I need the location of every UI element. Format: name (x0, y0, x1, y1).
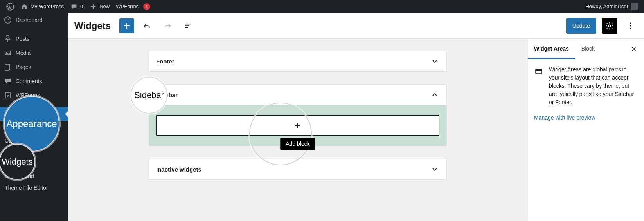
update-label: Update (572, 23, 590, 29)
svg-rect-5 (5, 65, 9, 71)
settings-button[interactable] (602, 18, 617, 34)
submenu-item-background[interactable]: Background (0, 170, 68, 182)
svg-rect-12 (536, 69, 542, 71)
sidebar-item-label: Pages (16, 64, 31, 70)
plus-icon (293, 121, 302, 130)
sidebar-item-label: Appearance (16, 111, 45, 117)
settings-panel: Widget Areas Block Widget Areas are glob… (527, 39, 644, 221)
undo-button[interactable] (140, 18, 155, 33)
kebab-icon (626, 21, 635, 31)
avatar (631, 3, 638, 10)
admin-bar: My WordPress 0 New WPForms 1 Howdy, Admi… (0, 0, 644, 13)
chevron-down-icon (430, 165, 439, 174)
brush-icon (4, 110, 12, 118)
comments-link[interactable]: 0 (67, 0, 86, 13)
sidebar-item-label: WPForms (16, 92, 40, 98)
close-panel-button[interactable] (624, 45, 644, 53)
sidebar-item-comments[interactable]: Comments (0, 74, 68, 88)
admin-sidebar: Dashboard Posts Media Pages Comments WPF… (0, 13, 68, 221)
comment-icon (4, 77, 12, 85)
area-title: Inactive widgets (156, 166, 201, 173)
tab-widget-areas[interactable]: Widget Areas (528, 39, 575, 59)
wpforms-badge: 1 (143, 3, 150, 10)
page-title: Widgets (74, 20, 111, 31)
widget-area-sidebar: Sidebar Add block (149, 84, 447, 146)
sidebar-item-label: Media (16, 50, 31, 56)
page-icon (4, 63, 12, 71)
site-name-label: My WordPress (31, 4, 64, 9)
sidebar-item-label: Comments (16, 78, 42, 84)
sidebar-item-label: Dashboard (16, 17, 43, 23)
update-button[interactable]: Update (566, 18, 596, 34)
submenu-item-themes[interactable]: Themes (0, 123, 68, 135)
svg-point-7 (608, 25, 611, 27)
submenu-item-widgets[interactable]: Widgets (0, 147, 68, 158)
area-title: Footer (156, 58, 174, 65)
wp-logo[interactable] (3, 0, 17, 13)
new-link[interactable]: New (86, 0, 113, 13)
svg-point-10 (630, 28, 631, 29)
widget-area-footer: Footer (149, 51, 447, 72)
sidebar-item-label: Posts (16, 36, 29, 42)
widget-area-sidebar-body: Add block (149, 105, 446, 146)
add-block-tooltip: Add block (280, 138, 315, 150)
editor-header: Widgets Update (68, 13, 644, 39)
redo-button[interactable] (160, 18, 175, 33)
widget-areas-icon (534, 67, 543, 76)
form-icon (4, 91, 12, 99)
chevron-down-icon (430, 56, 439, 66)
add-block-button[interactable] (119, 18, 134, 33)
user-menu[interactable]: Howdy, AdminUser (582, 0, 641, 13)
sidebar-item-appearance[interactable]: Appearance (0, 107, 68, 121)
dashboard-icon (4, 16, 12, 24)
comments-count: 0 (80, 4, 83, 9)
list-view-button[interactable] (180, 18, 195, 33)
svg-point-8 (630, 22, 631, 24)
new-label: New (99, 4, 110, 9)
widget-areas-description: Widget Areas are global parts in your si… (549, 65, 638, 107)
manage-live-preview-link[interactable]: Manage with live preview (534, 114, 638, 121)
sidebar-item-media[interactable]: Media (0, 46, 68, 60)
media-icon (4, 49, 12, 57)
sidebar-item-dashboard[interactable]: Dashboard (0, 13, 68, 27)
sidebar-item-posts[interactable]: Posts (0, 32, 68, 46)
howdy-label: Howdy, AdminUser (585, 4, 628, 9)
area-title: Sidebar (156, 92, 178, 98)
chevron-up-icon (430, 90, 439, 100)
block-appender[interactable]: Add block (156, 115, 439, 136)
gear-icon (605, 22, 614, 30)
sidebar-item-wpforms[interactable]: WPForms (0, 88, 68, 102)
settings-tabs: Widget Areas Block (528, 39, 644, 59)
comment-icon (70, 3, 78, 11)
submenu-item-menus[interactable]: Menus (0, 158, 68, 170)
wpforms-label: WPForms (116, 4, 139, 9)
pin-icon (4, 35, 12, 43)
site-name[interactable]: My WordPress (17, 0, 67, 13)
appearance-submenu: Themes Customize Widgets Menus Backgroun… (0, 121, 68, 197)
submenu-item-theme-file-editor[interactable]: Theme File Editor (0, 182, 68, 194)
widget-area-footer-header[interactable]: Footer (149, 51, 446, 71)
submenu-item-customize[interactable]: Customize (0, 135, 68, 147)
plus-icon (89, 3, 97, 11)
home-icon (20, 3, 28, 11)
wpforms-link[interactable]: WPForms 1 (113, 0, 153, 13)
widget-area-inactive-header[interactable]: Inactive widgets (149, 159, 446, 179)
wordpress-icon (6, 3, 14, 11)
sidebar-item-pages[interactable]: Pages (0, 60, 68, 74)
widget-area-sidebar-header[interactable]: Sidebar (149, 85, 446, 105)
close-icon (630, 45, 638, 53)
widgets-canvas: Footer Sidebar Add block Inactive widge (68, 39, 527, 221)
svg-point-9 (630, 25, 631, 27)
tab-block[interactable]: Block (575, 39, 601, 59)
more-options-button[interactable] (623, 18, 638, 34)
widget-area-inactive: Inactive widgets (149, 159, 447, 180)
